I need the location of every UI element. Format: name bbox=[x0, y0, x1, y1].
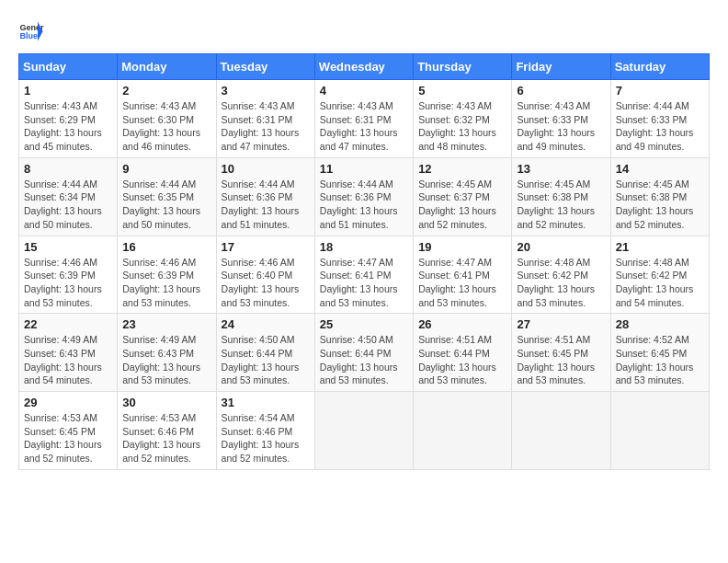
calendar-cell: 5 Sunrise: 4:43 AM Sunset: 6:32 PM Dayli… bbox=[414, 80, 512, 158]
day-number: 21 bbox=[616, 240, 704, 254]
day-info: Sunrise: 4:43 AM Sunset: 6:33 PM Dayligh… bbox=[517, 99, 605, 154]
day-number: 24 bbox=[222, 317, 310, 331]
day-info: Sunrise: 4:50 AM Sunset: 6:44 PM Dayligh… bbox=[320, 333, 408, 387]
calendar-cell: 17 Sunrise: 4:46 AM Sunset: 6:40 PM Dayl… bbox=[216, 236, 314, 314]
calendar-cell: 26 Sunrise: 4:51 AM Sunset: 6:44 PM Dayl… bbox=[414, 314, 512, 392]
day-number: 18 bbox=[320, 240, 408, 254]
calendar-cell: 20 Sunrise: 4:48 AM Sunset: 6:42 PM Dayl… bbox=[512, 236, 610, 314]
page-header: General Blue bbox=[18, 18, 710, 44]
day-info: Sunrise: 4:45 AM Sunset: 6:38 PM Dayligh… bbox=[616, 178, 704, 232]
day-info: Sunrise: 4:45 AM Sunset: 6:38 PM Dayligh… bbox=[517, 178, 605, 232]
calendar-cell: 27 Sunrise: 4:51 AM Sunset: 6:45 PM Dayl… bbox=[512, 314, 610, 392]
day-number: 14 bbox=[616, 162, 704, 176]
calendar-cell: 25 Sunrise: 4:50 AM Sunset: 6:44 PM Dayl… bbox=[314, 314, 413, 392]
day-number: 26 bbox=[418, 317, 506, 331]
calendar-cell bbox=[314, 392, 413, 470]
calendar-cell: 31 Sunrise: 4:54 AM Sunset: 6:46 PM Dayl… bbox=[216, 392, 314, 470]
day-number: 2 bbox=[122, 84, 210, 98]
calendar-header-row: SundayMondayTuesdayWednesdayThursdayFrid… bbox=[19, 54, 710, 80]
day-info: Sunrise: 4:44 AM Sunset: 6:36 PM Dayligh… bbox=[320, 178, 408, 232]
day-info: Sunrise: 4:44 AM Sunset: 6:33 PM Dayligh… bbox=[616, 99, 704, 154]
calendar-cell: 8 Sunrise: 4:44 AM Sunset: 6:34 PM Dayli… bbox=[19, 157, 118, 236]
day-number: 10 bbox=[222, 162, 310, 176]
calendar-cell: 18 Sunrise: 4:47 AM Sunset: 6:41 PM Dayl… bbox=[314, 236, 413, 314]
column-header-friday: Friday bbox=[512, 54, 610, 80]
day-info: Sunrise: 4:43 AM Sunset: 6:32 PM Dayligh… bbox=[418, 99, 506, 154]
calendar-cell: 1 Sunrise: 4:43 AM Sunset: 6:29 PM Dayli… bbox=[19, 80, 118, 158]
day-number: 13 bbox=[517, 162, 605, 176]
day-number: 3 bbox=[222, 84, 310, 98]
day-info: Sunrise: 4:54 AM Sunset: 6:46 PM Dayligh… bbox=[222, 411, 310, 465]
day-number: 20 bbox=[517, 240, 605, 254]
calendar-cell: 7 Sunrise: 4:44 AM Sunset: 6:33 PM Dayli… bbox=[610, 80, 709, 158]
day-number: 7 bbox=[616, 84, 704, 98]
day-info: Sunrise: 4:44 AM Sunset: 6:35 PM Dayligh… bbox=[122, 178, 210, 232]
calendar-cell bbox=[512, 392, 610, 470]
day-info: Sunrise: 4:50 AM Sunset: 6:44 PM Dayligh… bbox=[222, 333, 310, 387]
calendar-cell: 24 Sunrise: 4:50 AM Sunset: 6:44 PM Dayl… bbox=[216, 314, 314, 392]
calendar-cell: 11 Sunrise: 4:44 AM Sunset: 6:36 PM Dayl… bbox=[314, 157, 413, 236]
column-header-thursday: Thursday bbox=[414, 54, 512, 80]
day-info: Sunrise: 4:47 AM Sunset: 6:41 PM Dayligh… bbox=[320, 256, 408, 310]
calendar-cell: 29 Sunrise: 4:53 AM Sunset: 6:45 PM Dayl… bbox=[19, 392, 118, 470]
logo-icon: General Blue bbox=[18, 18, 44, 44]
calendar-cell: 30 Sunrise: 4:53 AM Sunset: 6:46 PM Dayl… bbox=[118, 392, 216, 470]
day-number: 27 bbox=[517, 317, 605, 331]
day-info: Sunrise: 4:46 AM Sunset: 6:40 PM Dayligh… bbox=[222, 256, 310, 310]
day-info: Sunrise: 4:43 AM Sunset: 6:31 PM Dayligh… bbox=[222, 99, 310, 154]
day-info: Sunrise: 4:51 AM Sunset: 6:45 PM Dayligh… bbox=[517, 333, 605, 387]
day-number: 6 bbox=[517, 84, 605, 98]
calendar-cell: 16 Sunrise: 4:46 AM Sunset: 6:39 PM Dayl… bbox=[118, 236, 216, 314]
day-info: Sunrise: 4:48 AM Sunset: 6:42 PM Dayligh… bbox=[616, 256, 704, 310]
calendar-cell: 12 Sunrise: 4:45 AM Sunset: 6:37 PM Dayl… bbox=[414, 157, 512, 236]
calendar-week-1: 1 Sunrise: 4:43 AM Sunset: 6:29 PM Dayli… bbox=[19, 80, 710, 158]
day-info: Sunrise: 4:49 AM Sunset: 6:43 PM Dayligh… bbox=[122, 333, 210, 387]
calendar-table: SundayMondayTuesdayWednesdayThursdayFrid… bbox=[18, 53, 710, 470]
day-info: Sunrise: 4:53 AM Sunset: 6:46 PM Dayligh… bbox=[122, 411, 210, 465]
day-number: 22 bbox=[24, 317, 112, 331]
day-number: 11 bbox=[320, 162, 408, 176]
day-info: Sunrise: 4:43 AM Sunset: 6:31 PM Dayligh… bbox=[320, 99, 408, 154]
day-info: Sunrise: 4:49 AM Sunset: 6:43 PM Dayligh… bbox=[24, 333, 112, 387]
day-info: Sunrise: 4:46 AM Sunset: 6:39 PM Dayligh… bbox=[122, 256, 210, 310]
day-info: Sunrise: 4:47 AM Sunset: 6:41 PM Dayligh… bbox=[418, 256, 506, 310]
day-number: 19 bbox=[418, 240, 506, 254]
calendar-cell: 14 Sunrise: 4:45 AM Sunset: 6:38 PM Dayl… bbox=[610, 157, 709, 236]
day-number: 23 bbox=[122, 317, 210, 331]
column-header-sunday: Sunday bbox=[19, 54, 118, 80]
day-number: 30 bbox=[122, 396, 210, 409]
day-info: Sunrise: 4:44 AM Sunset: 6:36 PM Dayligh… bbox=[222, 178, 310, 232]
column-header-wednesday: Wednesday bbox=[314, 54, 413, 80]
column-header-tuesday: Tuesday bbox=[216, 54, 314, 80]
day-number: 1 bbox=[24, 84, 112, 98]
logo: General Blue bbox=[18, 18, 44, 44]
calendar-cell: 4 Sunrise: 4:43 AM Sunset: 6:31 PM Dayli… bbox=[314, 80, 413, 158]
day-info: Sunrise: 4:44 AM Sunset: 6:34 PM Dayligh… bbox=[24, 178, 112, 232]
day-number: 12 bbox=[418, 162, 506, 176]
calendar-cell: 19 Sunrise: 4:47 AM Sunset: 6:41 PM Dayl… bbox=[414, 236, 512, 314]
day-number: 25 bbox=[320, 317, 408, 331]
day-number: 17 bbox=[222, 240, 310, 254]
column-header-monday: Monday bbox=[118, 54, 216, 80]
calendar-week-3: 15 Sunrise: 4:46 AM Sunset: 6:39 PM Dayl… bbox=[19, 236, 710, 314]
calendar-week-4: 22 Sunrise: 4:49 AM Sunset: 6:43 PM Dayl… bbox=[19, 314, 710, 392]
day-number: 5 bbox=[418, 84, 506, 98]
calendar-cell: 9 Sunrise: 4:44 AM Sunset: 6:35 PM Dayli… bbox=[118, 157, 216, 236]
day-number: 16 bbox=[122, 240, 210, 254]
calendar-cell: 2 Sunrise: 4:43 AM Sunset: 6:30 PM Dayli… bbox=[118, 80, 216, 158]
day-info: Sunrise: 4:43 AM Sunset: 6:29 PM Dayligh… bbox=[24, 99, 112, 154]
day-number: 4 bbox=[320, 84, 408, 98]
calendar-cell bbox=[414, 392, 512, 470]
day-number: 9 bbox=[122, 162, 210, 176]
calendar-cell: 21 Sunrise: 4:48 AM Sunset: 6:42 PM Dayl… bbox=[610, 236, 709, 314]
calendar-cell: 15 Sunrise: 4:46 AM Sunset: 6:39 PM Dayl… bbox=[19, 236, 118, 314]
day-info: Sunrise: 4:52 AM Sunset: 6:45 PM Dayligh… bbox=[616, 333, 704, 387]
calendar-cell: 6 Sunrise: 4:43 AM Sunset: 6:33 PM Dayli… bbox=[512, 80, 610, 158]
day-info: Sunrise: 4:46 AM Sunset: 6:39 PM Dayligh… bbox=[24, 256, 112, 310]
day-info: Sunrise: 4:45 AM Sunset: 6:37 PM Dayligh… bbox=[418, 178, 506, 232]
calendar-cell: 23 Sunrise: 4:49 AM Sunset: 6:43 PM Dayl… bbox=[118, 314, 216, 392]
calendar-cell: 3 Sunrise: 4:43 AM Sunset: 6:31 PM Dayli… bbox=[216, 80, 314, 158]
calendar-cell: 22 Sunrise: 4:49 AM Sunset: 6:43 PM Dayl… bbox=[19, 314, 118, 392]
day-number: 15 bbox=[24, 240, 112, 254]
day-number: 28 bbox=[616, 317, 704, 331]
